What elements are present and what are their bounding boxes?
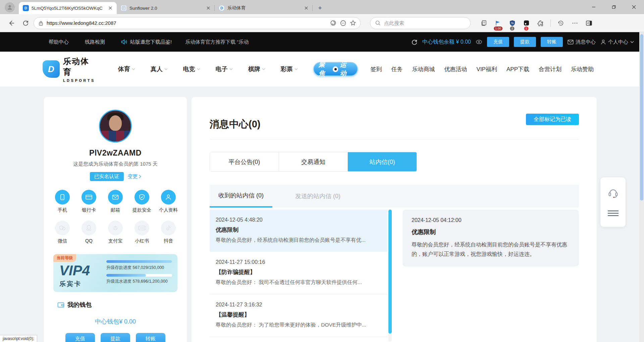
turnover-progress-bar <box>106 274 172 277</box>
tab-platform-announcements[interactable]: 平台公告(0) <box>210 152 279 171</box>
line-check-link[interactable]: 线路检测 <box>85 39 105 45</box>
settings-menu-icon[interactable] <box>569 17 581 29</box>
shield-extension-icon[interactable]: %2 <box>506 17 518 29</box>
social-item-wechat[interactable]: 微信 <box>54 221 71 244</box>
sidebar-toggle-icon[interactable] <box>583 17 595 29</box>
personal-center-link[interactable]: 个人中心 <box>600 39 634 45</box>
wallet-transfer-button[interactable]: 转账 <box>136 333 165 342</box>
social-item-alipay[interactable]: 支付宝 <box>107 221 124 244</box>
browser-tab-1[interactable]: D 5LmQ5Yqo5L2T6IKyfOS5kOWKqC <box>19 2 117 14</box>
speaker-icon <box>121 39 127 45</box>
collections-icon[interactable] <box>478 17 490 29</box>
refresh-icon[interactable] <box>19 17 32 29</box>
address-bar[interactable] <box>34 17 361 29</box>
menu-hamburger-icon[interactable] <box>607 210 619 217</box>
nav-menu-live[interactable]: 真人 <box>151 65 168 73</box>
topbar-transfer-button[interactable]: 转账 <box>541 37 563 47</box>
mark-all-read-button[interactable]: 全部标记为已读 <box>526 114 579 125</box>
message-list-item[interactable]: 2024-11-27 3:16:32 【温馨提醒】 尊敬的会员您好： 为了给您带… <box>210 294 387 337</box>
search-input[interactable] <box>384 20 466 26</box>
tab-site-mail[interactable]: 站内信(0) <box>348 152 417 171</box>
subtab-received-mail[interactable]: 收到的站内信 (0) <box>210 185 272 208</box>
nav-link-affiliate[interactable]: 合营计划 <box>539 65 561 73</box>
browser-tab-3[interactable]: D 乐动体育 <box>215 2 313 14</box>
site-logo[interactable]: D 乐动体育 LDSPORTS <box>43 56 97 82</box>
wallet-recharge-button[interactable]: 充值 <box>65 333 95 342</box>
security-item-profile[interactable]: 个人资料 <box>160 190 177 213</box>
detail-body: 尊敬的会员您好，经系统自动检测目前您的会员账号是不享有优惠的，账户可以正常游戏，… <box>412 240 570 259</box>
nav-menu-sports[interactable]: 体育 <box>118 65 135 73</box>
tab-transaction-notices[interactable]: 交易通知 <box>279 152 348 171</box>
change-link[interactable]: 变更 <box>128 173 141 180</box>
page-scrollbar[interactable] <box>639 32 644 342</box>
security-item-bankcard[interactable]: 银行卡 <box>80 190 98 213</box>
nav-link-vip[interactable]: VIP福利 <box>477 65 497 73</box>
new-tab-button[interactable]: + <box>315 3 325 13</box>
back-icon[interactable] <box>5 17 17 29</box>
dark-extension-icon[interactable]: 1 <box>520 17 532 29</box>
user-avatar[interactable] <box>99 110 132 142</box>
tab3-close-icon[interactable] <box>303 5 309 11</box>
site-mail-subtabs: 收到的站内信 (0) 发送的站内信 (0) <box>210 185 579 208</box>
lock-icon <box>39 20 43 26</box>
browser-profile-avatar[interactable] <box>5 2 15 12</box>
nav-link-tasks[interactable]: 任务 <box>391 65 403 73</box>
message-list: 2024-12-05 4:48:20 优惠限制 尊敬的会员您好，经系统自动检测目… <box>210 210 387 342</box>
nav-menu-slots[interactable]: 电子 <box>216 65 233 73</box>
nav-menu-esports[interactable]: 电竞 <box>183 65 200 73</box>
message-center-link[interactable]: 消息中心 <box>568 39 596 45</box>
nav-link-app[interactable]: APP下载 <box>506 65 529 73</box>
eye-icon[interactable] <box>476 39 482 45</box>
refresh-balance-icon[interactable] <box>411 39 418 45</box>
security-item-email[interactable]: 邮箱 <box>107 190 124 213</box>
scrollbar-thumb[interactable] <box>388 210 392 334</box>
social-item-xiaohongshu[interactable]: 小红书 <box>133 221 151 244</box>
marquee-text: 乐动体育官方推荐下载 “乐动 <box>185 39 271 45</box>
deposit-progress-label: 升级存款进度 567,029/150,000 <box>106 265 172 271</box>
flag-extension-icon[interactable]: 1.00 <box>492 17 504 29</box>
extensions-puzzle-icon[interactable] <box>534 17 546 29</box>
nav-link-checkin[interactable]: 签到 <box>371 65 382 73</box>
tab2-close-icon[interactable] <box>205 5 211 11</box>
favorite-star-icon[interactable] <box>350 20 356 26</box>
url-input[interactable] <box>47 20 327 26</box>
help-center-link[interactable]: 帮助中心 <box>49 39 69 45</box>
more-actions-icon[interactable] <box>340 20 346 26</box>
download-invite-text[interactable]: 站版邀您下载品鉴! <box>130 39 172 45</box>
close-window-button[interactable] <box>624 0 644 14</box>
topbar-recharge-button[interactable]: 充值 <box>487 37 509 47</box>
message-list-item[interactable]: 2024-11-25 13:14:01 <box>210 337 387 342</box>
search-box[interactable] <box>370 17 471 29</box>
page-scrollbar-thumb[interactable] <box>640 34 643 201</box>
browser-tab-2[interactable]: Sunflower 2.0 <box>117 2 215 14</box>
focus-sports-badge[interactable]: 聚焦运动 <box>313 62 358 76</box>
nav-link-sponsor[interactable]: 乐动赞助 <box>571 65 594 73</box>
nav-link-mall[interactable]: 乐动商城 <box>412 65 435 73</box>
nav-link-promos[interactable]: 优惠活动 <box>444 65 467 73</box>
douyin-icon <box>161 221 176 235</box>
member-days-text: 这是您成为乐动体育会员的第 1075 天 <box>44 161 187 167</box>
security-item-phone[interactable]: 手机 <box>54 190 71 213</box>
maximize-button[interactable] <box>604 0 624 14</box>
chevron-down-icon <box>132 68 135 70</box>
verified-badge: 已实名认证 <box>90 172 124 181</box>
security-item-withdraw-safety[interactable]: 提款安全 <box>133 190 151 213</box>
social-item-douyin[interactable]: 抖音 <box>160 221 177 244</box>
site-topbar: 帮助中心 线路检测 站版邀您下载品鉴! 乐动体育官方推荐下载 “乐动 中心钱包余… <box>0 32 644 52</box>
minimize-button[interactable] <box>584 0 604 14</box>
customer-service-headset-icon[interactable] <box>607 188 619 198</box>
topbar-withdraw-button[interactable]: 提款 <box>514 37 536 47</box>
user-icon <box>161 190 176 205</box>
message-list-item[interactable]: 2024-11-27 15:00:16 【防诈骗提醒】 尊敬的会员您好： 我司不… <box>210 252 387 294</box>
subtab-sent-mail[interactable]: 发送的站内信 (0) <box>286 185 349 208</box>
nav-menu-chess[interactable]: 棋牌 <box>248 65 265 73</box>
history-icon[interactable] <box>555 17 567 29</box>
vip-level-card[interactable]: 当前等级 VIP4 乐宾卡 升级存款进度 567,029/150,000 升级流… <box>53 254 177 292</box>
wallet-withdraw-button[interactable]: 提款 <box>101 333 130 342</box>
message-list-scrollbar[interactable] <box>388 210 392 342</box>
nav-menu-lottery[interactable]: 彩票 <box>281 65 298 73</box>
tab1-close-icon[interactable] <box>107 5 113 11</box>
page-action-swirl-icon[interactable] <box>330 20 336 26</box>
social-item-qq[interactable]: QQ <box>80 221 98 244</box>
message-list-item[interactable]: 2024-12-05 4:48:20 优惠限制 尊敬的会员您好，经系统自动检测目… <box>210 210 387 252</box>
